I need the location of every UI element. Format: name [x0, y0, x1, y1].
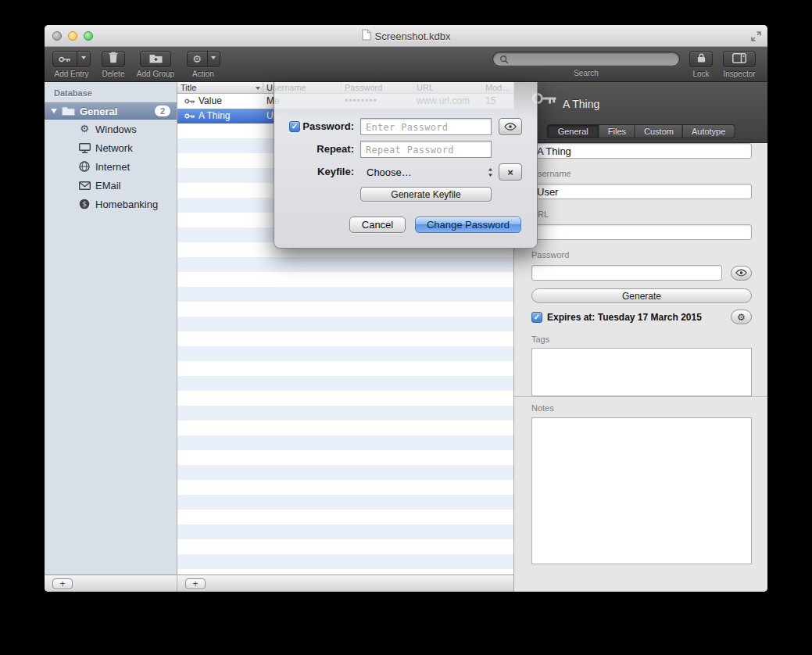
key-icon — [184, 113, 195, 120]
expires-row: ✓ Expires at: Tuesday 17 March 2015 ⚙ — [531, 310, 752, 324]
entry-title: Value — [199, 94, 222, 109]
password-field[interactable] — [531, 265, 722, 281]
generate-button[interactable]: Generate — [531, 288, 752, 303]
column-header-title[interactable]: Title — [177, 82, 263, 93]
keyfile-popup-value: Choose… — [367, 166, 412, 178]
dialog-reveal-button[interactable] — [499, 118, 522, 135]
tab-autotype[interactable]: Autotype — [683, 124, 735, 138]
globe-icon — [78, 161, 91, 172]
notes-field[interactable] — [531, 417, 752, 564]
desktop-background: Screenshot.kdbx Add Entry — [0, 0, 812, 655]
sidebar-item-homebanking[interactable]: $ Homebanking — [45, 195, 177, 213]
svg-text:$: $ — [82, 200, 87, 208]
clear-keyfile-button[interactable]: × — [499, 163, 522, 181]
reveal-password-button[interactable] — [731, 266, 752, 281]
dialog-repeat-row: Repeat: — [274, 141, 537, 158]
title-field[interactable] — [531, 143, 752, 159]
sidebar-item-network[interactable]: Network — [45, 138, 177, 157]
sidebar-item-label: Windows — [95, 123, 137, 135]
tags-field[interactable] — [531, 348, 752, 396]
folder-plus-icon — [149, 52, 163, 66]
entrylist-bottombar: + — [177, 574, 513, 592]
toolbar: Add Entry Delete Add Group — [45, 47, 767, 82]
action-button[interactable]: ⚙ — [187, 51, 220, 67]
notes-label: Notes — [531, 403, 752, 413]
sidebar-group-label: General — [80, 106, 117, 117]
tab-general[interactable]: General — [547, 124, 599, 138]
column-title-text: Title — [181, 82, 196, 93]
expires-checkbox[interactable]: ✓ — [531, 312, 542, 323]
dialog-password-input[interactable] — [360, 118, 492, 135]
search-item: Search — [492, 47, 680, 77]
search-input[interactable] — [513, 54, 673, 65]
generate-keyfile-button[interactable]: Generate Keyfile — [360, 187, 492, 202]
inspector-entry-title: A Thing — [563, 98, 599, 110]
add-entry-button[interactable] — [52, 51, 91, 67]
sidebar-group-general[interactable]: General 2 — [45, 102, 177, 120]
add-group-item: Add Group — [133, 47, 178, 78]
delete-label: Delete — [99, 70, 127, 78]
add-entry-label: Add Entry — [52, 70, 91, 78]
search-field[interactable] — [492, 52, 680, 66]
sidebar-item-windows[interactable]: ⚙ Windows — [45, 120, 177, 138]
sidebar-content: Database General 2 ⚙ Windows — [45, 82, 177, 574]
tab-files[interactable]: Files — [599, 124, 635, 138]
action-item: ⚙ Action — [185, 47, 221, 78]
expires-label: Expires at: Tuesday 17 March 2015 — [547, 312, 726, 323]
sidebar: Database General 2 ⚙ Windows — [45, 82, 177, 592]
inspector-body: Username URL Password Generate — [514, 143, 767, 564]
dialog-repeat-input[interactable] — [360, 141, 492, 158]
inspector-panel: A Thing General Files Custom Autotype Us… — [514, 82, 767, 592]
username-field[interactable] — [531, 184, 752, 199]
delete-button[interactable] — [102, 51, 125, 67]
disclosure-triangle-icon[interactable] — [51, 109, 57, 113]
inspector-button[interactable] — [723, 51, 756, 67]
tags-label: Tags — [531, 335, 752, 345]
inspector-header: A Thing General Files Custom Autotype — [514, 82, 767, 143]
folder-icon — [62, 106, 75, 116]
chevron-down-icon[interactable] — [77, 56, 90, 62]
add-group-label: Add Group — [133, 70, 178, 78]
windows-icon: ⚙ — [78, 123, 91, 134]
network-icon — [78, 143, 91, 153]
sidebar-item-email[interactable]: EMail — [45, 176, 177, 195]
sidebar-item-internet[interactable]: Internet — [45, 157, 177, 176]
close-icon: × — [507, 166, 513, 178]
change-password-dialog: ✓ Password: Repeat: Keyfile: Choose… — [274, 82, 538, 249]
window-title-text: Screenshot.kdbx — [375, 30, 451, 42]
gear-icon: ⚙ — [737, 312, 746, 323]
dialog-password-row: ✓ Password: — [274, 118, 537, 135]
sidebar-item-label: Homebanking — [95, 199, 158, 210]
add-entry-plus-button[interactable]: + — [185, 578, 206, 589]
url-field[interactable] — [531, 224, 752, 240]
dialog-keyfile-row: Keyfile: Choose… × — [274, 163, 537, 181]
sidebar-item-label: Internet — [95, 161, 130, 173]
key-icon — [53, 55, 77, 63]
add-group-plus-button[interactable]: + — [52, 578, 73, 589]
eye-icon — [504, 123, 517, 131]
inspector-item: Inspector — [720, 47, 759, 78]
fullscreen-icon[interactable] — [751, 30, 761, 45]
url-label: URL — [531, 209, 752, 220]
search-icon — [499, 55, 509, 64]
lock-button[interactable] — [689, 51, 713, 67]
change-password-button[interactable]: Change Password — [415, 217, 521, 233]
dialog-repeat-label: Repeat: — [274, 141, 354, 158]
expiry-gear-button[interactable]: ⚙ — [731, 310, 752, 324]
titlebar[interactable]: Screenshot.kdbx — [45, 25, 767, 47]
cancel-button[interactable]: Cancel — [349, 217, 406, 233]
dialog-keyfile-label: Keyfile: — [274, 163, 354, 181]
keyfile-popup[interactable]: Choose… — [360, 163, 495, 181]
tab-custom[interactable]: Custom — [635, 124, 683, 138]
eye-icon — [735, 269, 747, 277]
sidebar-header: Database — [54, 88, 177, 99]
password-label: Password — [531, 250, 752, 260]
sidebar-item-label: EMail — [95, 180, 121, 191]
dialog-password-label: Password: — [274, 118, 354, 135]
lock-item: Lock — [687, 47, 715, 78]
add-group-button[interactable] — [140, 51, 171, 67]
inspector-label: Inspector — [720, 70, 759, 78]
chevron-down-icon[interactable] — [208, 56, 220, 62]
lock-label: Lock — [687, 70, 715, 78]
window-title: Screenshot.kdbx — [45, 25, 767, 47]
